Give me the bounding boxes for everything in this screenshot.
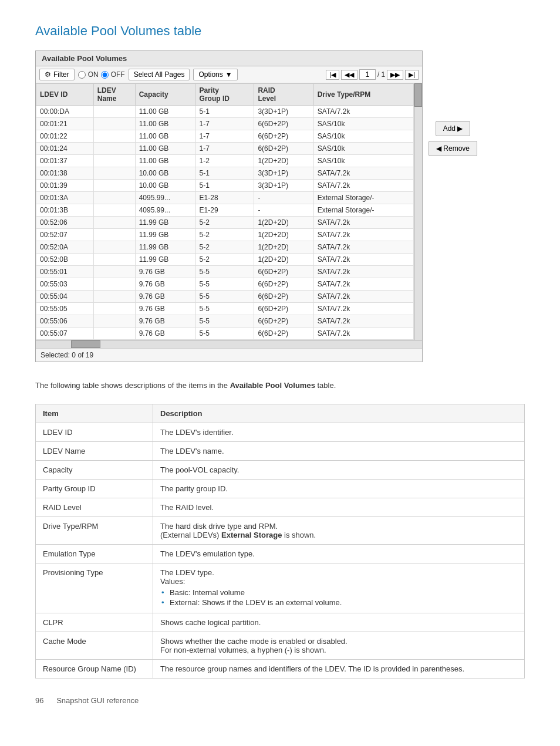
table-row[interactable]: 00:52:0A11.99 GB5-21(2D+2D)SATA/7.2k <box>36 241 414 254</box>
cell-ldev_name <box>93 266 135 278</box>
cell-capacity: 11.00 GB <box>135 155 195 167</box>
description-intro: The following table shows descriptions o… <box>35 380 525 392</box>
desc-row: Provisioning TypeThe LDEV type.Values:Ba… <box>36 563 525 613</box>
cell-ldev_name <box>93 130 135 143</box>
table-row[interactable]: 00:01:3910.00 GB5-13(3D+1P)SATA/7.2k <box>36 180 414 192</box>
filter-button[interactable]: ⚙ Filter <box>39 69 75 80</box>
table-row[interactable]: 00:55:049.76 GB5-56(6D+2P)SATA/7.2k <box>36 291 414 303</box>
table-row[interactable]: 00:00:DA11.00 GB5-13(3D+1P)SATA/7.2k <box>36 106 414 118</box>
horizontal-scrollbar[interactable] <box>36 340 422 348</box>
table-row[interactable]: 00:01:3711.00 GB1-21(2D+2D)SAS/10k <box>36 155 414 167</box>
page-input[interactable] <box>359 69 376 80</box>
cell-ldev_name <box>93 315 135 328</box>
table-row[interactable]: 00:01:2111.00 GB1-76(6D+2P)SAS/10k <box>36 118 414 130</box>
table-row[interactable]: 00:01:2411.00 GB1-76(6D+2P)SAS/10k <box>36 143 414 155</box>
cell-raid_level: 1(2D+2D) <box>254 241 313 254</box>
table-row[interactable]: 00:01:3B4095.99...E1-29-External Storage… <box>36 204 414 217</box>
table-row[interactable]: 00:52:0611.99 GB5-21(2D+2D)SATA/7.2k <box>36 217 414 229</box>
on-radio[interactable] <box>78 71 86 79</box>
cell-raid_level: - <box>254 192 313 204</box>
off-radio[interactable] <box>101 71 109 79</box>
cell-parity_group: 5-5 <box>195 266 254 278</box>
cell-capacity: 9.76 GB <box>135 328 195 340</box>
select-all-button[interactable]: Select All Pages <box>129 69 190 80</box>
cell-drive_type: SATA/7.2k <box>313 167 413 180</box>
table-row[interactable]: 00:01:3A4095.99...E1-28-External Storage… <box>36 192 414 204</box>
scrollbar-thumb <box>414 83 422 107</box>
cell-raid_level: 6(6D+2P) <box>254 143 313 155</box>
desc-description: The LDEV's identifier. <box>153 423 525 441</box>
cell-ldev_id: 00:01:38 <box>36 167 94 180</box>
cell-ldev_name <box>93 167 135 180</box>
pool-table: LDEV ID LDEVName Capacity ParityGroup ID… <box>36 83 414 340</box>
desc-row: LDEV NameThe LDEV's name. <box>36 441 525 460</box>
cell-capacity: 10.00 GB <box>135 180 195 192</box>
cell-drive_type: SATA/7.2k <box>313 254 413 266</box>
desc-description: The LDEV's emulation type. <box>153 544 525 563</box>
desc-item: Drive Type/RPM <box>36 517 153 544</box>
table-row[interactable]: 00:55:039.76 GB5-56(6D+2P)SATA/7.2k <box>36 278 414 291</box>
table-row[interactable]: 00:55:059.76 GB5-56(6D+2P)SATA/7.2k <box>36 303 414 315</box>
next-page-button[interactable]: ▶▶ <box>387 70 403 80</box>
cell-capacity: 4095.99... <box>135 192 195 204</box>
cell-ldev_id: 00:55:06 <box>36 315 94 328</box>
cell-capacity: 11.99 GB <box>135 241 195 254</box>
page-title: Available Pool Volumes table <box>35 23 525 39</box>
last-page-button[interactable]: ▶| <box>405 70 419 80</box>
cell-drive_type: SATA/7.2k <box>313 303 413 315</box>
options-button[interactable]: Options ▼ <box>193 69 237 80</box>
cell-drive_type: SAS/10k <box>313 130 413 143</box>
table-row[interactable]: 00:01:3810.00 GB5-13(3D+1P)SATA/7.2k <box>36 167 414 180</box>
cell-raid_level: 6(6D+2P) <box>254 328 313 340</box>
add-button[interactable]: Add ▶ <box>436 121 471 136</box>
vertical-scrollbar[interactable] <box>414 83 422 340</box>
selection-status: Selected: 0 of 19 <box>36 348 422 362</box>
cell-raid_level: 6(6D+2P) <box>254 291 313 303</box>
cell-capacity: 9.76 GB <box>135 315 195 328</box>
col-drive-type: Drive Type/RPM <box>313 84 413 106</box>
cell-capacity: 9.76 GB <box>135 291 195 303</box>
cell-ldev_id: 00:52:06 <box>36 217 94 229</box>
cell-parity_group: E1-28 <box>195 192 254 204</box>
filter-icon: ⚙ <box>45 70 51 79</box>
cell-raid_level: 6(6D+2P) <box>254 118 313 130</box>
cell-drive_type: External Storage/- <box>313 192 413 204</box>
desc-row: Drive Type/RPMThe hard disk drive type a… <box>36 517 525 544</box>
cell-capacity: 11.99 GB <box>135 254 195 266</box>
cell-ldev_id: 00:55:04 <box>36 291 94 303</box>
desc-row: Parity Group IDThe parity group ID. <box>36 479 525 498</box>
col-capacity: Capacity <box>135 84 195 106</box>
table-row[interactable]: 00:01:2211.00 GB1-76(6D+2P)SAS/10k <box>36 130 414 143</box>
col-ldev-id: LDEV ID <box>36 84 94 106</box>
cell-raid_level: 6(6D+2P) <box>254 315 313 328</box>
cell-ldev_name <box>93 204 135 217</box>
table-row[interactable]: 00:55:019.76 GB5-56(6D+2P)SATA/7.2k <box>36 266 414 278</box>
table-row[interactable]: 00:55:079.76 GB5-56(6D+2P)SATA/7.2k <box>36 328 414 340</box>
on-off-group: ON OFF <box>78 70 125 79</box>
desc-row: Emulation TypeThe LDEV's emulation type. <box>36 544 525 563</box>
cell-ldev_name <box>93 155 135 167</box>
list-item: External: Shows if the LDEV is an extern… <box>160 598 517 607</box>
cell-ldev_name <box>93 303 135 315</box>
footer-page-number: 96 <box>35 696 43 705</box>
cell-drive_type: SATA/7.2k <box>313 217 413 229</box>
cell-parity_group: 5-5 <box>195 291 254 303</box>
cell-raid_level: 6(6D+2P) <box>254 130 313 143</box>
remove-button[interactable]: ◀ Remove <box>429 141 477 156</box>
table-row[interactable]: 00:52:0711.99 GB5-21(2D+2D)SATA/7.2k <box>36 229 414 241</box>
cell-ldev_id: 00:52:0B <box>36 254 94 266</box>
cell-drive_type: SATA/7.2k <box>313 328 413 340</box>
description-table: Item Description LDEV IDThe LDEV's ident… <box>35 404 525 679</box>
first-page-button[interactable]: |◀ <box>326 70 339 80</box>
table-row[interactable]: 00:55:069.76 GB5-56(6D+2P)SATA/7.2k <box>36 315 414 328</box>
cell-ldev_id: 00:01:37 <box>36 155 94 167</box>
table-row[interactable]: 00:52:0B11.99 GB5-21(2D+2D)SATA/7.2k <box>36 254 414 266</box>
desc-item: Capacity <box>36 460 153 479</box>
desc-description: The resource group names and identifiers… <box>153 659 525 678</box>
prev-page-button[interactable]: ◀◀ <box>341 70 357 80</box>
desc-description: Shows whether the cache mode is enabled … <box>153 632 525 659</box>
cell-drive_type: SATA/7.2k <box>313 229 413 241</box>
cell-parity_group: 5-2 <box>195 229 254 241</box>
desc-row: RAID LevelThe RAID level. <box>36 498 525 517</box>
cell-ldev_id: 00:55:07 <box>36 328 94 340</box>
